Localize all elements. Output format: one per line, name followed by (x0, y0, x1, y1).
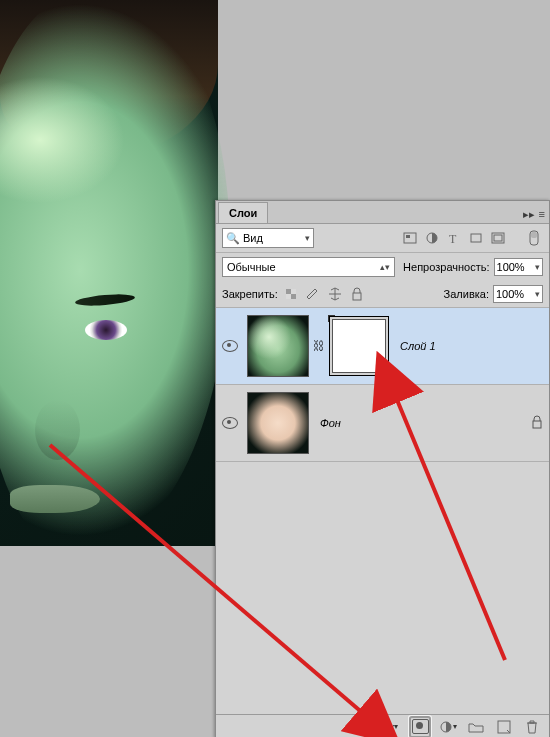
portrait-lips (10, 485, 100, 513)
filter-shape-icon[interactable] (467, 229, 485, 247)
lock-label: Закрепить: (222, 288, 278, 300)
opacity-field[interactable]: 100% ▾ (494, 258, 543, 276)
filter-type-icon[interactable]: T (445, 229, 463, 247)
svg-rect-8 (531, 232, 537, 238)
fill-field[interactable]: 100% ▾ (493, 285, 543, 303)
panel-menu-icon[interactable]: ≡ (539, 208, 545, 221)
filter-pixel-icon[interactable] (401, 229, 419, 247)
chevron-down-icon: ▾ (302, 233, 313, 243)
opacity-label: Непрозрачность: (403, 261, 489, 273)
blend-opacity-row: Обычные ▴▾ Непрозрачность: 100% ▾ (216, 253, 549, 281)
document-canvas[interactable] (0, 0, 218, 546)
portrait-nose (35, 400, 80, 460)
trash-icon[interactable] (523, 718, 541, 736)
opacity-value: 100% (497, 261, 525, 273)
new-group-icon[interactable] (467, 718, 485, 736)
lock-fill-row: Закрепить: Заливка: 100% ▾ (216, 281, 549, 308)
svg-rect-14 (533, 421, 541, 428)
visibility-eye-icon[interactable] (222, 340, 238, 352)
lock-icon (531, 415, 543, 429)
svg-rect-6 (494, 235, 502, 241)
chevron-down-icon: ▾ (535, 262, 540, 272)
portrait-face (0, 0, 230, 550)
fx-icon[interactable]: fx▾ (383, 718, 401, 736)
svg-rect-11 (291, 289, 296, 294)
panel-collapse-icon[interactable]: ▸▸ (523, 208, 535, 221)
svg-text:T: T (449, 232, 457, 244)
portrait-eye (85, 320, 127, 340)
chevron-updown-icon: ▴▾ (380, 262, 390, 272)
visibility-eye-icon[interactable] (222, 417, 238, 429)
filter-adjust-icon[interactable] (423, 229, 441, 247)
svg-rect-1 (406, 235, 410, 238)
lock-position-icon[interactable] (326, 285, 344, 303)
svg-rect-9 (286, 289, 291, 294)
layer-name[interactable]: Фон (312, 417, 525, 429)
layer-row[interactable]: ⛓ Слой 1 (216, 308, 549, 385)
filter-smart-icon[interactable] (489, 229, 507, 247)
layer-thumbnail[interactable] (247, 392, 309, 454)
layer-filter-dropdown[interactable]: 🔍 Вид ▾ (222, 228, 314, 248)
search-icon: 🔍 (223, 232, 243, 245)
layer-thumbnail[interactable] (247, 315, 309, 377)
lock-transparent-icon[interactable] (282, 285, 300, 303)
filter-toggle-switch[interactable] (525, 229, 543, 247)
layer-filter-row: 🔍 Вид ▾ T (216, 224, 549, 253)
link-layers-icon[interactable] (355, 718, 373, 736)
layer-row[interactable]: Фон (216, 385, 549, 462)
fill-label: Заливка: (444, 288, 489, 300)
layers-bottom-toolbar: fx▾ ▾ (216, 714, 549, 737)
blend-mode-value: Обычные (227, 261, 276, 273)
add-mask-button[interactable] (411, 718, 429, 736)
chevron-down-icon: ▾ (535, 289, 540, 299)
svg-rect-12 (286, 294, 291, 299)
filter-type-label: Вид (243, 232, 263, 244)
svg-rect-4 (471, 234, 481, 242)
layer-name[interactable]: Слой 1 (392, 340, 525, 352)
layers-panel: Слои ▸▸ ≡ 🔍 Вид ▾ T Обычные ▴▾ Непрозрач… (215, 200, 550, 737)
svg-rect-13 (353, 293, 361, 300)
new-layer-icon[interactable] (495, 718, 513, 736)
mask-link-icon[interactable]: ⛓ (312, 339, 326, 353)
tab-layers[interactable]: Слои (218, 202, 268, 223)
lock-all-icon[interactable] (348, 285, 366, 303)
layers-list: ⛓ Слой 1 Фон (216, 308, 549, 462)
layer-mask-thumbnail[interactable] (329, 316, 389, 376)
fill-value: 100% (496, 288, 524, 300)
layer-lock-indicator (525, 415, 549, 431)
adjustment-layer-icon[interactable]: ▾ (439, 718, 457, 736)
panel-tabbar: Слои ▸▸ ≡ (216, 201, 549, 224)
blend-mode-dropdown[interactable]: Обычные ▴▾ (222, 257, 395, 277)
svg-rect-10 (291, 294, 296, 299)
lock-pixels-icon[interactable] (304, 285, 322, 303)
